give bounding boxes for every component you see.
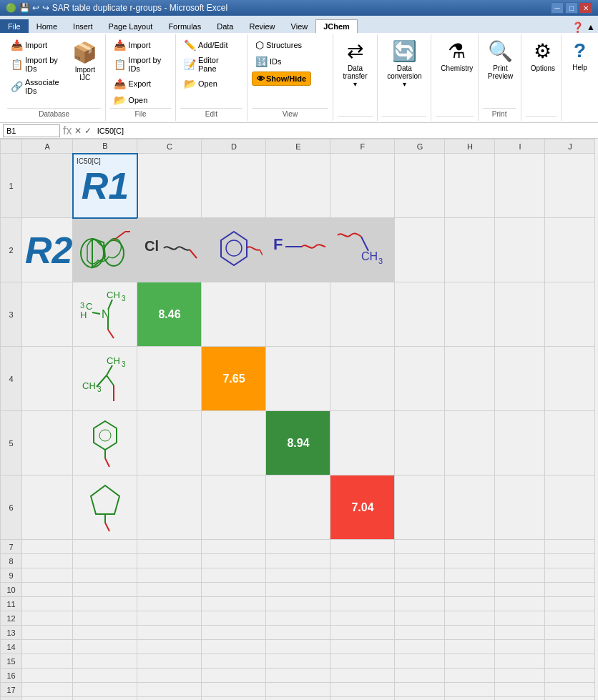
- cell-h12[interactable]: [445, 611, 495, 626]
- cell-e3[interactable]: [266, 282, 330, 347]
- help-icon-ribbon[interactable]: ❓: [572, 21, 584, 33]
- cell-c16[interactable]: [137, 669, 202, 683]
- cell-a4[interactable]: [22, 347, 73, 411]
- cell-e5[interactable]: 8.94: [266, 411, 330, 475]
- cell-j10[interactable]: [545, 583, 595, 597]
- cell-i12[interactable]: [495, 611, 545, 626]
- cell-j15[interactable]: [545, 654, 595, 669]
- cell-d17[interactable]: [202, 683, 266, 697]
- open2-button[interactable]: 📂 Open: [180, 76, 242, 92]
- cell-a13[interactable]: [22, 626, 73, 640]
- cell-b2[interactable]: [73, 218, 137, 282]
- ids-button[interactable]: 🔢 IDs: [252, 54, 311, 69]
- associate-ids-button[interactable]: 🔗 Associate IDs: [7, 76, 64, 97]
- cell-j14[interactable]: [545, 640, 595, 654]
- cell-i8[interactable]: [495, 554, 545, 568]
- data-transfer-button[interactable]: ⇄ Datatransfer ▾: [338, 37, 373, 90]
- cell-d5[interactable]: [202, 411, 266, 475]
- cell-c9[interactable]: [137, 568, 202, 583]
- tab-page-layout[interactable]: Page Layout: [101, 19, 161, 33]
- cell-d10[interactable]: [202, 583, 266, 597]
- cell-g6[interactable]: [395, 475, 445, 540]
- cell-j11[interactable]: [545, 597, 595, 611]
- cell-a11[interactable]: [22, 597, 73, 611]
- cell-c13[interactable]: [137, 626, 202, 640]
- cell-f6[interactable]: 7.04: [330, 475, 395, 540]
- cell-h6[interactable]: [445, 475, 495, 540]
- col-header-g[interactable]: G: [395, 139, 445, 154]
- formula-expand-icon[interactable]: ✕ ✓: [74, 126, 91, 136]
- cell-e7[interactable]: [266, 540, 330, 554]
- col-header-e[interactable]: E: [266, 139, 330, 154]
- cell-h17[interactable]: [445, 683, 495, 697]
- import-button[interactable]: 📥 Import: [7, 37, 64, 53]
- cell-j16[interactable]: [545, 669, 595, 683]
- cell-j7[interactable]: [545, 540, 595, 554]
- cell-j6[interactable]: [545, 475, 595, 540]
- cell-i18[interactable]: [495, 697, 545, 701]
- col-header-i[interactable]: I: [495, 139, 545, 154]
- cell-h1[interactable]: [445, 154, 495, 218]
- cell-j1[interactable]: [545, 154, 595, 218]
- editor-pane-button[interactable]: 📝 Editor Pane: [180, 54, 242, 75]
- col-header-c[interactable]: C: [137, 139, 202, 154]
- cell-a2[interactable]: R2: [22, 218, 73, 282]
- cell-g11[interactable]: [395, 597, 445, 611]
- cell-d2[interactable]: [202, 218, 266, 282]
- tab-insert[interactable]: Insert: [65, 19, 101, 33]
- cell-f3[interactable]: [330, 282, 395, 347]
- cell-i13[interactable]: [495, 626, 545, 640]
- cell-d9[interactable]: [202, 568, 266, 583]
- cell-e9[interactable]: [266, 568, 330, 583]
- cell-b13[interactable]: [73, 626, 137, 640]
- tab-review[interactable]: Review: [241, 19, 283, 33]
- cell-c15[interactable]: [137, 654, 202, 669]
- restore-button[interactable]: □: [565, 2, 578, 14]
- cell-f5[interactable]: [330, 411, 395, 475]
- add-edit-button[interactable]: ✏️ Add/Edit: [180, 37, 242, 53]
- tab-file[interactable]: File: [0, 19, 29, 33]
- cell-j2[interactable]: [545, 218, 595, 282]
- col-header-d[interactable]: D: [202, 139, 266, 154]
- cell-f17[interactable]: [330, 683, 395, 697]
- cell-a8[interactable]: [22, 554, 73, 568]
- col-header-b[interactable]: B: [73, 139, 137, 154]
- tab-formulas[interactable]: Formulas: [160, 19, 209, 33]
- ribbon-collapse[interactable]: ▲: [587, 22, 595, 32]
- cell-i7[interactable]: [495, 540, 545, 554]
- minimize-button[interactable]: ─: [551, 2, 564, 14]
- cell-c18[interactable]: [137, 697, 202, 701]
- cell-h14[interactable]: [445, 640, 495, 654]
- cell-h7[interactable]: [445, 540, 495, 554]
- cell-c10[interactable]: [137, 583, 202, 597]
- data-conversion-button[interactable]: 🔄 Dataconversion ▾: [382, 37, 426, 90]
- cell-b16[interactable]: [73, 669, 137, 683]
- cell-i9[interactable]: [495, 568, 545, 583]
- cell-g16[interactable]: [395, 669, 445, 683]
- cell-j9[interactable]: [545, 568, 595, 583]
- cell-f1[interactable]: [330, 154, 395, 218]
- cell-j17[interactable]: [545, 683, 595, 697]
- cell-i6[interactable]: [495, 475, 545, 540]
- cell-g4[interactable]: [395, 347, 445, 411]
- cell-g9[interactable]: [395, 568, 445, 583]
- col-header-a[interactable]: A: [22, 139, 73, 154]
- cell-a12[interactable]: [22, 611, 73, 626]
- cell-i3[interactable]: [495, 282, 545, 347]
- cell-a17[interactable]: [22, 683, 73, 697]
- cell-d11[interactable]: [202, 597, 266, 611]
- cell-g12[interactable]: [395, 611, 445, 626]
- cell-j13[interactable]: [545, 626, 595, 640]
- cell-a9[interactable]: [22, 568, 73, 583]
- cell-g3[interactable]: [395, 282, 445, 347]
- open-button[interactable]: 📂 Open: [110, 92, 171, 108]
- cell-b11[interactable]: [73, 597, 137, 611]
- cell-c6[interactable]: [137, 475, 202, 540]
- cell-e17[interactable]: [266, 683, 330, 697]
- import2-button[interactable]: 📥 Import: [110, 37, 171, 53]
- cell-c11[interactable]: [137, 597, 202, 611]
- cell-h18[interactable]: [445, 697, 495, 701]
- cell-b17[interactable]: [73, 683, 137, 697]
- cell-c3[interactable]: 8.46: [137, 282, 202, 347]
- cell-e2[interactable]: F: [266, 218, 330, 282]
